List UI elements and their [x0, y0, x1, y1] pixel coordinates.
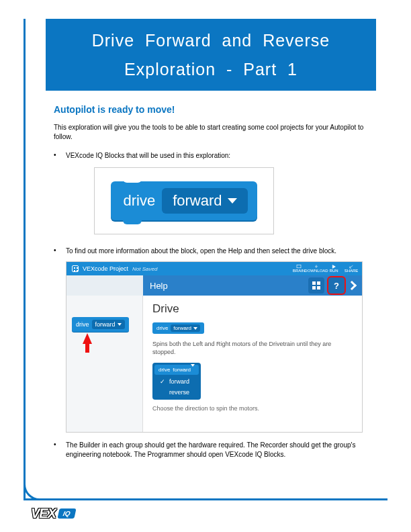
vex-wordmark: VEX: [31, 506, 56, 521]
bullet-2: • To find out more information about the…: [54, 247, 375, 256]
share-icon: SHARE: [346, 265, 357, 273]
svg-rect-2: [317, 281, 320, 285]
arrow-up-icon: [83, 333, 92, 344]
mini-drive-text: drive: [76, 321, 89, 328]
page-title-box: Drive Forward and Reverse Exploration - …: [46, 19, 376, 91]
svg-rect-0: [297, 265, 301, 268]
app-topbar: VEXcode Project Not Saved BRAIN DOWNLOAD…: [66, 262, 362, 275]
figure-drive-block: drive forward: [94, 167, 274, 234]
figure-help-panel: VEXcode Project Not Saved BRAIN DOWNLOAD…: [66, 261, 363, 433]
bullet-3: • The Builder in each group should get t…: [54, 441, 375, 459]
opt-reverse-text: reverse: [169, 389, 189, 396]
chevron-down-icon: [191, 364, 195, 373]
bullet-1-text: VEXcode IQ Blocks that will be used in t…: [66, 151, 230, 161]
title-line-1: Drive Forward and Reverse: [46, 31, 376, 50]
toolbar-icons: BRAIN DOWNLOAD RUN SHARE: [293, 265, 357, 273]
chevron-right-icon: [347, 281, 357, 290]
bullet-dot: •: [54, 441, 66, 459]
help-header-icons: ?: [308, 277, 355, 294]
help-description: Spins both the Left and Right motors of …: [152, 341, 353, 356]
help-panel: Drive drive forward Spins both the Left …: [143, 296, 362, 432]
dropdown-option-reverse: reverse: [154, 387, 199, 398]
dropdown-option-forward: ✓forward: [154, 376, 199, 387]
bullet-1: • VEXcode IQ Blocks that will be used in…: [54, 151, 375, 161]
save-status: Not Saved: [132, 266, 157, 272]
bullet-dot: •: [54, 151, 66, 161]
svg-rect-4: [317, 286, 320, 290]
project-name: VEXcode Project: [83, 265, 128, 272]
menu-icon: [72, 265, 79, 272]
section-heading: Autopilot is ready to move!: [54, 104, 375, 115]
bullet-2-text: To find out more information about the b…: [66, 247, 336, 256]
help-subtext: Choose the direction to spin the motors.: [152, 405, 353, 412]
canvas-drive-block: drive forward: [72, 317, 129, 332]
project-name-area: VEXcode Project Not Saved: [72, 265, 288, 272]
grid-icon: [308, 277, 324, 294]
footer-logo: VEX IQ: [31, 506, 75, 521]
page-border-bottom: [24, 498, 387, 500]
block-param-forward: forward: [162, 188, 247, 214]
help-block-forward-text: forward: [173, 325, 191, 331]
help-panel-title: Drive: [152, 302, 353, 316]
download-icon: DOWNLOAD: [311, 265, 322, 273]
help-question-icon: ?: [328, 277, 345, 294]
brain-icon: BRAIN: [293, 265, 304, 273]
content-area: Autopilot is ready to move! This explora…: [54, 104, 375, 465]
code-block-drive: drive forward: [111, 181, 257, 220]
block-param-text: forward: [173, 192, 222, 210]
bullet-dot: •: [54, 247, 66, 256]
dd-forward: forward: [173, 367, 195, 373]
check-icon: ✓: [160, 378, 165, 385]
intro-paragraph: This exploration will give you the tools…: [54, 123, 375, 142]
dropdown-example: drive forward ✓forward reverse: [152, 363, 201, 400]
svg-rect-3: [312, 286, 316, 290]
canvas-area: drive forward: [66, 296, 143, 432]
bullet-3-text: The Builder in each group should get the…: [66, 441, 375, 459]
mini-forward-param: forward: [92, 320, 125, 329]
dd-drive: drive: [158, 367, 170, 373]
chevron-down-icon: [193, 327, 197, 330]
dropdown-header: drive forward: [154, 365, 199, 375]
title-line-2: Exploration - Part 1: [46, 60, 376, 79]
dd-forward-text: forward: [173, 367, 191, 373]
iq-badge: IQ: [57, 508, 76, 519]
opt-forward-text: forward: [169, 378, 189, 385]
help-block-forward: forward: [171, 324, 200, 332]
chevron-down-icon: [118, 323, 122, 326]
help-body: drive forward Drive drive forward Spins …: [66, 296, 362, 432]
block-label-drive: drive: [123, 192, 155, 210]
mini-forward-text: forward: [95, 321, 116, 328]
help-sample-block: drive forward: [152, 322, 204, 334]
chevron-down-icon: [228, 198, 237, 204]
svg-rect-1: [312, 281, 316, 285]
run-icon: RUN: [328, 265, 339, 273]
page-border-left: [24, 19, 26, 499]
help-block-drive: drive: [156, 325, 168, 331]
help-header: Help ?: [66, 275, 362, 296]
help-label: Help: [150, 281, 168, 291]
